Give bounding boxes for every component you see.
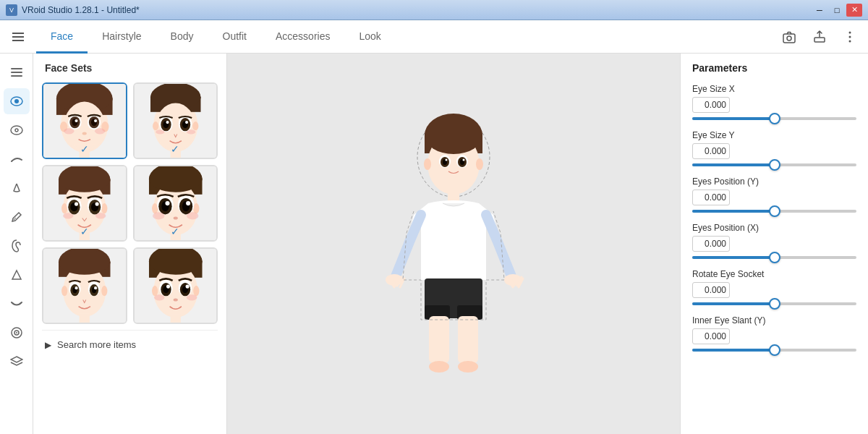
maximize-button[interactable]: □ — [829, 4, 845, 17]
param-value-inner-eye[interactable] — [692, 328, 730, 344]
param-value-eye-size-x[interactable] — [692, 97, 730, 113]
svg-point-146 — [458, 361, 478, 373]
svg-point-68 — [63, 213, 73, 218]
face-item-1[interactable]: ✓ — [42, 82, 127, 159]
sidebar-eye-outline-button[interactable] — [4, 117, 30, 143]
svg-point-30 — [75, 119, 77, 122]
svg-point-10 — [14, 99, 19, 103]
sidebar-eyebrow-button[interactable] — [4, 146, 30, 172]
sidebar-ear-button[interactable] — [4, 233, 30, 259]
svg-rect-2 — [814, 38, 825, 42]
tab-face[interactable]: Face — [36, 21, 88, 54]
hamburger-line-3 — [12, 40, 24, 41]
tab-outfit[interactable]: Outfit — [208, 21, 261, 54]
face-item-5-inner — [43, 249, 126, 323]
slider-track-inner-eye[interactable] — [692, 349, 856, 352]
slider-thumb-eyes-pos-y[interactable] — [769, 205, 780, 217]
slider-thumb-rotate-eye[interactable] — [769, 298, 780, 310]
parameters-panel: Parameters Eye Size X Eye Size Y — [680, 54, 868, 434]
svg-point-3 — [849, 31, 851, 33]
sidebar-mouth-button[interactable] — [4, 291, 30, 317]
more-menu-button[interactable] — [839, 26, 861, 48]
svg-point-119 — [154, 295, 164, 301]
svg-point-58 — [61, 203, 67, 213]
eye-full-icon — [10, 96, 23, 106]
face-item-5[interactable] — [42, 247, 127, 324]
mouth-icon — [10, 300, 23, 307]
svg-point-57 — [59, 167, 110, 192]
svg-point-128 — [476, 158, 483, 170]
slider-fill-inner-eye — [692, 349, 775, 352]
layers-icon — [10, 356, 23, 367]
param-label-eyes-pos-x: Eyes Position (X) — [692, 223, 856, 233]
face-item-6-svg — [135, 249, 217, 323]
slider-eyes-pos-y — [692, 210, 856, 213]
svg-point-126 — [425, 116, 482, 154]
svg-point-108 — [152, 286, 158, 296]
slider-thumb-eye-size-y[interactable] — [769, 159, 780, 171]
svg-point-16 — [16, 332, 17, 333]
svg-point-83 — [165, 201, 169, 205]
hamburger-menu-button[interactable] — [7, 24, 29, 50]
slider-track-eyes-pos-y[interactable] — [692, 210, 856, 213]
param-value-eye-size-y[interactable] — [692, 143, 730, 159]
slider-inner-eye — [692, 349, 856, 352]
svg-point-33 — [64, 128, 74, 134]
param-value-eyes-pos-y[interactable] — [692, 190, 730, 205]
sidebar-pipette-button[interactable] — [4, 204, 30, 230]
svg-point-41 — [153, 122, 158, 130]
viewport[interactable] — [227, 54, 680, 434]
slider-thumb-inner-eye[interactable] — [769, 344, 780, 356]
slider-track-eye-size-x[interactable] — [692, 117, 856, 120]
triangle-icon — [11, 269, 22, 281]
svg-point-94 — [101, 286, 107, 296]
hamburger-icon — [12, 33, 24, 41]
minimize-button[interactable]: ─ — [812, 4, 827, 17]
svg-point-32 — [82, 132, 87, 135]
svg-point-135 — [446, 159, 448, 161]
character-container — [227, 54, 680, 434]
svg-point-69 — [95, 213, 106, 218]
slider-track-eyes-pos-x[interactable] — [692, 256, 856, 259]
face-item-3[interactable]: ✓ — [42, 165, 127, 242]
svg-point-85 — [173, 217, 177, 220]
param-group-eyes-pos-y: Eyes Position (Y) — [692, 176, 856, 213]
sidebar-nose-button[interactable] — [4, 175, 30, 201]
svg-point-74 — [148, 166, 202, 192]
close-button[interactable]: ✕ — [846, 4, 862, 17]
slider-thumb-eye-size-x[interactable] — [769, 113, 780, 124]
hamburger-line-1 — [12, 33, 24, 34]
tab-accessories[interactable]: Accessories — [261, 21, 344, 54]
face-item-6-inner — [135, 249, 217, 323]
sidebar-triangle-button[interactable] — [4, 262, 30, 288]
svg-point-120 — [187, 295, 197, 301]
face-item-4-check: ✓ — [171, 226, 179, 237]
slider-track-eye-size-y[interactable] — [692, 163, 856, 166]
param-value-eyes-pos-x[interactable] — [692, 236, 730, 252]
face-item-2[interactable]: ✓ — [133, 82, 218, 159]
face-item-6[interactable] — [133, 247, 218, 324]
camera-button[interactable] — [778, 26, 800, 48]
tab-hairstyle[interactable]: Hairstyle — [88, 21, 156, 54]
sidebar-circle-eye-button[interactable] — [4, 320, 30, 346]
param-value-rotate-eye[interactable] — [692, 282, 730, 298]
export-button[interactable] — [809, 26, 830, 48]
sidebar-eye-full-button[interactable] — [4, 88, 30, 114]
sidebar-layers-button[interactable] — [4, 349, 30, 375]
slider-thumb-eyes-pos-x[interactable] — [769, 252, 780, 263]
search-more-button[interactable]: ▶ Search more items — [42, 330, 218, 359]
svg-point-42 — [192, 122, 198, 130]
face-panel-scroll[interactable]: ✓ — [33, 80, 226, 434]
slider-track-rotate-eye[interactable] — [692, 302, 856, 305]
tab-body[interactable]: Body — [156, 21, 208, 54]
ear-icon — [12, 239, 22, 252]
sidebar-menu-icon[interactable] — [4, 59, 30, 85]
tab-look[interactable]: Look — [344, 21, 395, 54]
svg-point-59 — [101, 203, 107, 213]
face-item-4[interactable]: ✓ — [133, 165, 218, 242]
svg-point-136 — [463, 159, 465, 161]
export-icon — [813, 30, 826, 43]
svg-point-49 — [166, 121, 169, 124]
param-row-eye-size-x — [692, 97, 856, 113]
hamburger-line-2 — [12, 36, 24, 38]
